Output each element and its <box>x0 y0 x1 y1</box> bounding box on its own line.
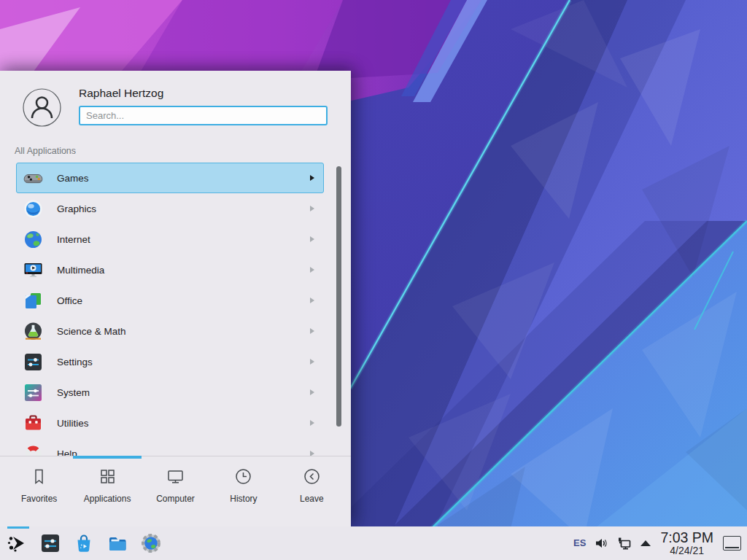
active-tab-indicator <box>73 456 142 459</box>
menu-item-label: Office <box>57 295 82 306</box>
menu-item-graphics[interactable]: Graphics <box>16 193 324 224</box>
network-icon[interactable] <box>616 536 632 551</box>
chevron-right-icon <box>310 328 314 334</box>
menu-item-label: Help <box>57 448 77 456</box>
system-tray: ES 7:03 PM 4/24/21 <box>573 531 741 556</box>
chevron-right-icon <box>310 389 314 395</box>
section-label: All Applications <box>15 146 76 156</box>
web-globe-icon <box>140 532 162 554</box>
menu-item-label: Science & Math <box>57 326 126 337</box>
sliders-icon <box>23 352 43 372</box>
menu-item-system[interactable]: System <box>16 377 324 408</box>
menu-item-label: Settings <box>57 357 93 368</box>
category-list: Games Graphics <box>16 163 324 456</box>
system-sliders-icon <box>23 383 43 402</box>
application-launcher-button[interactable] <box>4 531 29 556</box>
gamepad-icon <box>23 168 43 188</box>
desktop: Raphael Hertzog All Applications Games <box>0 0 747 560</box>
tab-leave[interactable]: Leave <box>278 467 346 504</box>
menu-item-label: Games <box>57 173 89 184</box>
paint-ball-icon <box>23 199 43 219</box>
menu-item-settings[interactable]: Settings <box>16 346 324 377</box>
discover-store-launcher[interactable] <box>71 531 96 556</box>
clock-time: 7:03 PM <box>660 531 713 545</box>
tab-computer[interactable]: Computer <box>142 467 209 504</box>
tab-label: Applications <box>73 494 141 504</box>
chevron-right-icon <box>310 175 314 181</box>
menu-item-label: Internet <box>57 234 90 245</box>
menu-item-label: Multimedia <box>57 265 104 276</box>
chevron-right-icon <box>310 206 314 211</box>
tab-label: Computer <box>142 494 209 504</box>
expand-tray-icon[interactable] <box>640 540 651 546</box>
globe-icon <box>23 230 43 249</box>
menu-item-label: Utilities <box>57 418 89 429</box>
documents-icon <box>23 291 43 311</box>
app-grid-icon <box>98 467 117 486</box>
tab-applications[interactable]: Applications <box>73 467 141 504</box>
application-launcher-menu: Raphael Hertzog All Applications Games <box>0 71 351 526</box>
computer-icon <box>166 467 185 486</box>
search-field-wrap <box>79 106 328 125</box>
chevron-right-icon <box>310 236 314 242</box>
kali-launcher-icon <box>6 532 28 554</box>
launcher-active-indicator <box>7 526 29 529</box>
toolbox-icon <box>23 413 43 433</box>
digital-clock[interactable]: 7:03 PM 4/24/21 <box>659 531 715 556</box>
chevron-right-icon <box>310 359 314 365</box>
chevron-right-icon <box>310 420 314 426</box>
menu-item-science-math[interactable]: Science & Math <box>16 316 324 346</box>
user-name: Raphael Hertzog <box>79 87 163 100</box>
tab-favorites[interactable]: Favorites <box>5 467 73 504</box>
search-input[interactable] <box>79 106 328 125</box>
chevron-right-icon <box>310 451 314 456</box>
menu-item-internet[interactable]: Internet <box>16 224 324 254</box>
leave-icon <box>302 467 322 486</box>
keyboard-layout-indicator[interactable]: ES <box>573 537 586 548</box>
discover-store-icon <box>73 532 95 554</box>
menu-item-office[interactable]: Office <box>16 285 324 316</box>
show-desktop-button[interactable] <box>723 536 741 551</box>
taskbar-panel: ES 7:03 PM 4/24/21 <box>0 526 747 560</box>
scrollbar-thumb[interactable] <box>336 166 341 427</box>
menu-item-utilities[interactable]: Utilities <box>16 408 324 438</box>
menu-item-label: System <box>57 387 90 398</box>
system-settings-icon <box>39 532 61 554</box>
lifebuoy-icon <box>23 444 43 456</box>
volume-icon[interactable] <box>594 536 608 551</box>
clock-date: 4/24/21 <box>660 545 713 556</box>
history-clock-icon <box>233 467 253 486</box>
system-settings-launcher[interactable] <box>38 531 63 556</box>
tab-label: Favorites <box>5 494 73 504</box>
footer-tab-bar: Favorites Applications Computer <box>0 456 351 527</box>
chevron-right-icon <box>310 298 314 303</box>
file-manager-icon <box>107 532 128 554</box>
user-avatar[interactable] <box>23 88 61 127</box>
monitor-play-icon <box>23 260 43 280</box>
chevron-right-icon <box>310 267 314 273</box>
tab-label: Leave <box>278 494 346 504</box>
bookmark-icon <box>29 467 49 486</box>
menu-item-games[interactable]: Games <box>16 163 324 193</box>
menu-item-multimedia[interactable]: Multimedia <box>16 254 324 285</box>
flask-icon <box>23 322 43 341</box>
menu-item-help[interactable]: Help <box>16 438 324 456</box>
tab-label: History <box>209 494 277 504</box>
menu-item-label: Graphics <box>57 203 96 214</box>
tab-history[interactable]: History <box>209 467 277 504</box>
file-manager-launcher[interactable] <box>105 531 130 556</box>
web-browser-launcher[interactable] <box>139 531 163 556</box>
